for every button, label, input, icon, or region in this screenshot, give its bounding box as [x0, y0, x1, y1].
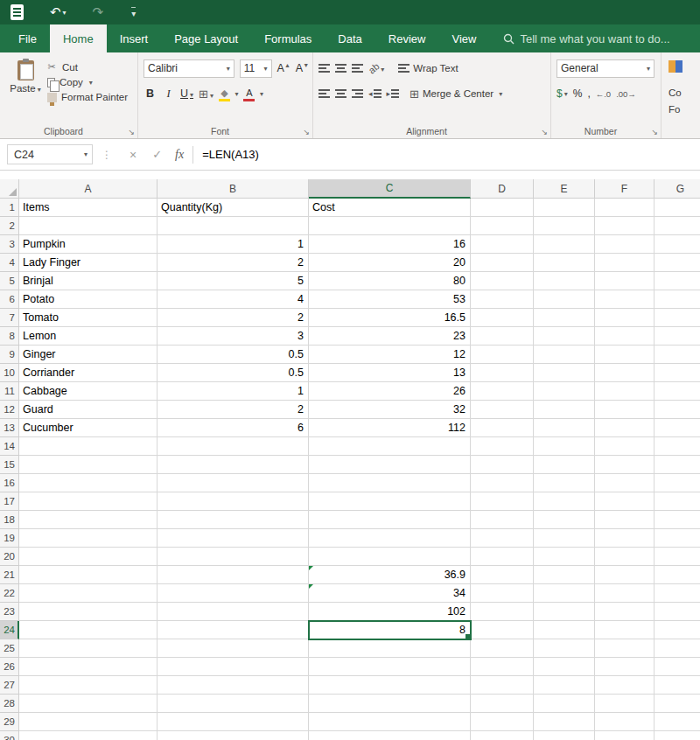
cell-D6[interactable]	[471, 290, 534, 309]
cell-D5[interactable]	[471, 272, 534, 290]
cell-A3[interactable]: Pumpkin	[19, 235, 158, 254]
cell-E26[interactable]	[534, 658, 595, 676]
cell-F6[interactable]	[595, 290, 654, 309]
cell-G16[interactable]	[654, 474, 700, 492]
cell-B3[interactable]: 1	[158, 235, 309, 254]
column-header-C[interactable]: C	[309, 179, 471, 199]
row-header-11[interactable]: 11	[0, 382, 19, 401]
cell-B14[interactable]	[158, 437, 309, 456]
cell-C30[interactable]	[309, 731, 471, 740]
align-center-button[interactable]	[335, 89, 346, 98]
paste-button[interactable]: Paste	[5, 59, 46, 124]
cell-A27[interactable]	[19, 676, 158, 695]
comma-style-button[interactable]: ,	[587, 87, 590, 100]
cell-E3[interactable]	[534, 235, 595, 254]
cell-A2[interactable]	[19, 217, 158, 235]
row-header-8[interactable]: 8	[0, 327, 19, 346]
cell-D7[interactable]	[471, 309, 534, 327]
cell-E17[interactable]	[534, 492, 595, 511]
cell-C4[interactable]: 20	[309, 254, 471, 272]
row-header-20[interactable]: 20	[0, 548, 19, 566]
cell-C10[interactable]: 13	[309, 364, 471, 382]
format-painter-button[interactable]: Format Painter	[46, 92, 128, 102]
cell-C12[interactable]: 32	[309, 401, 471, 419]
cell-G4[interactable]	[654, 254, 700, 272]
cell-A28[interactable]	[19, 695, 158, 713]
column-header-B[interactable]: B	[158, 179, 309, 199]
cell-D14[interactable]	[471, 437, 534, 456]
cell-G25[interactable]	[654, 639, 700, 658]
cell-D27[interactable]	[471, 676, 534, 695]
cell-A1[interactable]: Items	[19, 199, 158, 217]
merge-center-button[interactable]: ⊞ Merge & Center	[410, 87, 502, 101]
cell-F28[interactable]	[595, 695, 654, 713]
redo-button[interactable]: ↷	[93, 4, 104, 20]
cell-F21[interactable]	[595, 566, 654, 584]
cell-E10[interactable]	[534, 364, 595, 382]
enter-icon[interactable]: ✓	[152, 148, 162, 161]
tab-home[interactable]: Home	[50, 24, 107, 52]
cell-D30[interactable]	[471, 731, 534, 740]
cell-D28[interactable]	[471, 695, 534, 713]
cell-G9[interactable]	[654, 346, 700, 364]
cell-A24[interactable]	[19, 621, 158, 639]
cell-G6[interactable]	[654, 290, 700, 309]
cell-F22[interactable]	[595, 584, 654, 603]
cell-A23[interactable]	[19, 603, 158, 621]
cell-F14[interactable]	[595, 437, 654, 456]
cell-A25[interactable]	[19, 639, 158, 658]
cell-D2[interactable]	[471, 217, 534, 235]
cell-C25[interactable]	[309, 639, 471, 658]
cell-B25[interactable]	[158, 639, 309, 658]
decrease-decimal-button[interactable]: .00→	[616, 89, 636, 99]
cell-G14[interactable]	[654, 437, 700, 456]
cell-F18[interactable]	[595, 511, 654, 529]
cell-E6[interactable]	[534, 290, 595, 309]
row-header-4[interactable]: 4	[0, 254, 19, 272]
cell-D22[interactable]	[471, 584, 534, 603]
row-header-30[interactable]: 30	[0, 731, 19, 740]
column-header-F[interactable]: F	[595, 179, 654, 199]
cell-F8[interactable]	[595, 327, 654, 346]
cell-F12[interactable]	[595, 401, 654, 419]
cell-E5[interactable]	[534, 272, 595, 290]
cell-F10[interactable]	[595, 364, 654, 382]
cell-A20[interactable]	[19, 548, 158, 566]
font-color-button[interactable]: A	[243, 87, 263, 101]
row-header-17[interactable]: 17	[0, 492, 19, 511]
cell-D26[interactable]	[471, 658, 534, 676]
cell-D9[interactable]	[471, 346, 534, 364]
cell-F3[interactable]	[595, 235, 654, 254]
cell-E12[interactable]	[534, 401, 595, 419]
cell-B30[interactable]	[158, 731, 309, 740]
cell-F25[interactable]	[595, 639, 654, 658]
cell-A17[interactable]	[19, 492, 158, 511]
tab-insert[interactable]: Insert	[107, 24, 162, 52]
cell-G13[interactable]	[654, 419, 700, 437]
cell-G29[interactable]	[654, 713, 700, 731]
cell-B18[interactable]	[158, 511, 309, 529]
cell-A11[interactable]: Cabbage	[19, 382, 158, 401]
cell-B4[interactable]: 2	[158, 254, 309, 272]
cell-C17[interactable]	[309, 492, 471, 511]
cell-E28[interactable]	[534, 695, 595, 713]
name-box[interactable]: C24	[7, 144, 93, 164]
cell-A5[interactable]: Brinjal	[19, 272, 158, 290]
cell-G12[interactable]	[654, 401, 700, 419]
column-header-D[interactable]: D	[471, 179, 534, 199]
align-left-button[interactable]	[318, 89, 330, 98]
underline-button[interactable]: U	[180, 87, 193, 100]
cell-F1[interactable]	[595, 199, 654, 217]
cell-B24[interactable]	[158, 621, 309, 639]
fill-color-button[interactable]: ◆	[219, 87, 239, 101]
cell-A7[interactable]: Tomato	[19, 309, 158, 327]
format-as-table-clipped-label[interactable]: Fo	[668, 101, 700, 118]
tell-me-box[interactable]: Tell me what you want to do...	[503, 24, 669, 52]
cell-A9[interactable]: Ginger	[19, 346, 158, 364]
cell-D12[interactable]	[471, 401, 534, 419]
tab-file[interactable]: File	[5, 24, 50, 52]
wrap-text-button[interactable]: Wrap Text	[398, 63, 458, 73]
row-header-2[interactable]: 2	[0, 217, 19, 235]
row-header-1[interactable]: 1	[0, 199, 19, 217]
cell-E4[interactable]	[534, 254, 595, 272]
